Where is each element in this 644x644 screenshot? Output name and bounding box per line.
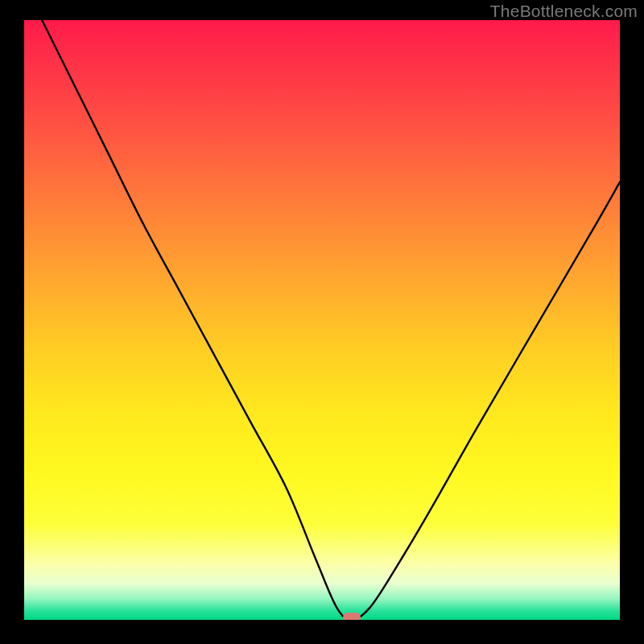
- optimal-point-marker: [343, 613, 361, 620]
- watermark-text: TheBottleneck.com: [490, 2, 638, 21]
- chart-plot-area: [24, 20, 620, 620]
- bottleneck-curve: [24, 20, 620, 620]
